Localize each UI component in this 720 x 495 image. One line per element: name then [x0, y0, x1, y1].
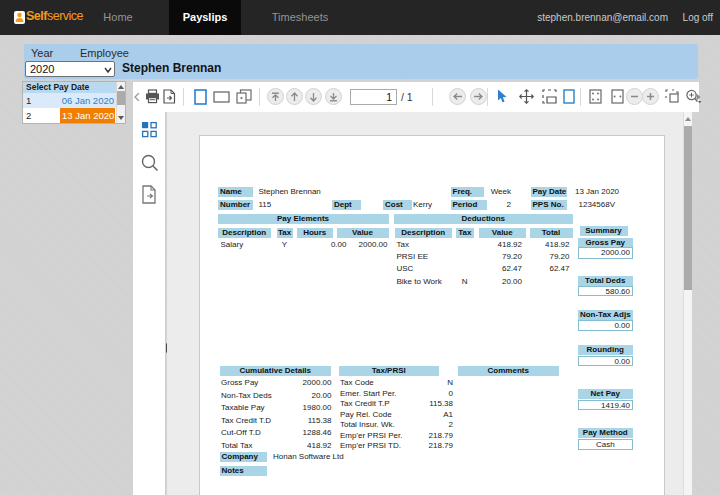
deductions-title: Deductions	[394, 214, 573, 224]
nav-tab-timesheets[interactable]: Timesheets	[252, 0, 348, 35]
pay-element-value: 2000.00	[343, 240, 388, 250]
back-button[interactable]	[449, 88, 466, 105]
document-scrollbar[interactable]	[683, 112, 692, 495]
deduction-description: PRSI EE	[397, 252, 429, 262]
pdf-viewer-sidebar	[133, 112, 166, 495]
pay-date-scrollbar[interactable]	[116, 82, 125, 123]
deductions-col-tax: Tax	[456, 228, 475, 238]
single-page-view-icon	[194, 89, 207, 105]
pay-elements-col-tax: Tax	[277, 228, 293, 238]
field-value-name: Stephen Brennan	[259, 187, 321, 197]
back-icon	[453, 92, 463, 101]
selfservice-app: Selfservice Home Payslips Timesheets ste…	[0, 0, 720, 495]
deduction-value: 418.92	[477, 240, 522, 250]
last-page-button[interactable]	[325, 88, 342, 105]
snapshot-tool-icon	[542, 89, 557, 104]
logoff-link[interactable]: Log off	[683, 0, 713, 35]
deduction-description: USC	[397, 264, 414, 274]
tax-prsi-label: Tax Code	[340, 378, 374, 388]
cumulative-details-title: Cumulative Details	[220, 366, 332, 376]
continuous-view-button[interactable]	[213, 91, 230, 103]
fit-width-icon	[611, 89, 624, 104]
print-button[interactable]	[145, 89, 160, 104]
field-label-number: Number	[218, 200, 253, 210]
export-button[interactable]	[163, 89, 176, 104]
cumulative-value: 1288.46	[287, 428, 332, 438]
pay-date-panel-title: Select Pay Date	[23, 82, 116, 93]
nav-tab-payslips[interactable]: Payslips	[169, 0, 241, 35]
scroll-down-icon[interactable]	[118, 116, 124, 120]
cumulative-label: Total Tax	[221, 441, 252, 451]
fit-width-button[interactable]	[611, 89, 624, 104]
cumulative-label: Tax Credit T.D	[221, 416, 271, 426]
pay-date-value: 06 Jan 2020	[62, 93, 114, 108]
export-icon	[163, 89, 176, 104]
zoom-out-button[interactable]	[626, 88, 643, 105]
filter-bar: Year Employee 2020 Stephen Brennan	[24, 44, 698, 79]
deduction-tax: N	[456, 277, 475, 287]
next-page-button[interactable]	[305, 88, 322, 105]
facing-pages-view-button[interactable]	[236, 89, 252, 104]
thumbnails-panel-button[interactable]	[141, 121, 158, 142]
summary-title: Summary	[580, 226, 628, 236]
single-page-view-button[interactable]	[194, 89, 207, 105]
pan-tool-button[interactable]	[519, 89, 534, 104]
overflow-more-arrow-icon	[696, 93, 701, 101]
tax-prsi-value: 115.38	[408, 399, 453, 409]
page-outline-icon	[563, 89, 575, 104]
brand-title: Selfservice	[26, 9, 83, 23]
scroll-up-icon[interactable]	[118, 85, 124, 89]
field-label-name: Name	[218, 187, 253, 197]
page-count-label: / 1	[401, 89, 421, 105]
fit-page-button[interactable]	[589, 89, 602, 104]
cumulative-label: Taxable Pay	[221, 403, 265, 413]
collapse-left-icon[interactable]	[134, 93, 140, 101]
tax-prsi-label: Total Insur. Wk.	[340, 420, 395, 430]
scroll-up-icon[interactable]	[685, 117, 691, 121]
page-number-input[interactable]: 1	[350, 89, 397, 105]
thumbnails-panel-icon	[141, 121, 158, 138]
page-outline-button[interactable]	[563, 89, 575, 104]
marquee-zoom-icon	[665, 89, 680, 103]
next-page-icon	[309, 92, 318, 102]
zoom-in-button[interactable]	[642, 88, 659, 105]
summary-value-pay-method: Cash	[578, 439, 634, 450]
brand-prefix: Self	[26, 9, 47, 23]
forward-button[interactable]	[470, 88, 487, 105]
summary-value-total-deds: 580.60	[578, 286, 634, 297]
pay-date-row[interactable]: 1 06 Jan 2020	[23, 93, 116, 108]
summary-value-gross-pay: 2000.00	[578, 247, 634, 259]
app-logo	[14, 11, 25, 24]
toolbar-separator	[487, 88, 488, 106]
attachments-panel-button[interactable]	[142, 185, 157, 208]
toolbar-separator	[580, 88, 581, 106]
cumulative-value: 1980.00	[287, 403, 332, 413]
deduction-description: Bike to Work	[397, 277, 442, 287]
nav-tab-home[interactable]: Home	[96, 0, 140, 35]
deduction-value: 20.00	[477, 277, 522, 287]
zoom-in-icon	[646, 92, 655, 101]
select-tool-button[interactable]	[496, 89, 508, 104]
cumulative-label: Gross Pay	[221, 378, 258, 388]
previous-page-button[interactable]	[286, 88, 303, 105]
scrollbar-thumb[interactable]	[684, 126, 692, 290]
tax-prsi-value: 0	[408, 389, 453, 399]
snapshot-tool-button[interactable]	[542, 89, 557, 104]
pdf-viewer-toolbar: 1 / 1	[133, 82, 699, 112]
scrollbar-thumb[interactable]	[117, 91, 125, 105]
user-email: stephen.brennan@email.com	[537, 0, 668, 35]
cumulative-value: 2000.00	[287, 378, 332, 388]
pay-date-row-selected[interactable]: 2 13 Jan 2020	[23, 108, 116, 123]
search-panel-button[interactable]	[141, 154, 159, 176]
first-page-icon	[271, 92, 280, 102]
brand-suffix: service	[47, 9, 83, 23]
tax-prsi-value: 2	[408, 420, 453, 430]
employee-name: Stephen Brennan	[122, 61, 221, 75]
summary-value-rounding: 0.00	[578, 356, 634, 367]
overflow-more-icon[interactable]	[696, 93, 701, 101]
person-icon	[15, 12, 24, 23]
first-page-button[interactable]	[267, 88, 284, 105]
marquee-zoom-button[interactable]	[665, 89, 680, 103]
pay-elements-col-description: Description	[218, 228, 272, 238]
year-select[interactable]: 2020	[25, 61, 115, 77]
